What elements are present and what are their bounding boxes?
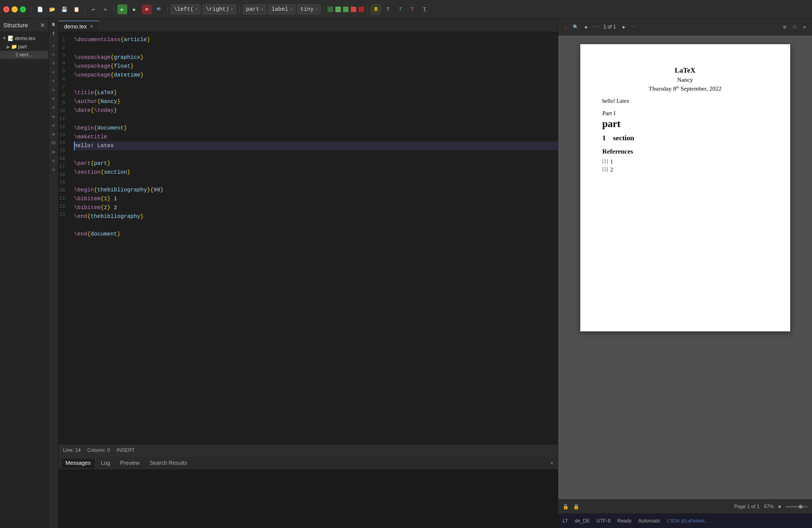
sidebar-icon-5[interactable]: ≡: [50, 77, 57, 85]
pdf-search-button[interactable]: 🔍: [571, 23, 580, 31]
pdf-zoom-circle: [778, 505, 781, 508]
toolbar-sep-5: [240, 5, 240, 13]
pdf-panel: ⚠ 🔍 ◀ • • • 1 of 1 ▶ • • ⊡ □ ✕ LaTeX Nan…: [558, 19, 812, 528]
tree-icon-file: 📝: [8, 35, 14, 41]
code-line-21: \end{thebibliography}: [74, 212, 558, 221]
sidebar-icon-1[interactable]: ≡: [50, 42, 57, 50]
text-icon-1[interactable]: T: [383, 4, 393, 14]
code-line-23: \end{document}: [74, 230, 558, 239]
redo-button[interactable]: ↪: [101, 4, 111, 14]
pdf-content[interactable]: LaTeX Nancy Thursday 8th September, 2022…: [558, 35, 812, 499]
color1-button[interactable]: [328, 6, 333, 12]
bold-button[interactable]: B: [371, 4, 381, 14]
line-num-23: 23: [59, 210, 69, 218]
bottom-panel-close[interactable]: ✕: [548, 458, 556, 468]
tab-messages[interactable]: Messages: [61, 458, 95, 468]
structure-close-button[interactable]: ✕: [40, 22, 45, 29]
pdf-window-restore[interactable]: ⊡: [781, 23, 789, 31]
structure-panel: Structure ✕ ▼ 📝 demo.tex ▶ 📁 part ▶ § se…: [0, 19, 48, 528]
save-button[interactable]: 💾: [59, 4, 69, 14]
tree-arrow-part: ▶: [6, 44, 10, 49]
text-icon-4[interactable]: T: [420, 4, 430, 14]
pdf-section: 1 section: [603, 134, 768, 142]
sidebar-icon-7[interactable]: #: [50, 95, 57, 103]
sidebar-icon-4[interactable]: ≡: [50, 69, 57, 76]
tree-item-demo-tex[interactable]: ▼ 📝 demo.tex: [0, 34, 48, 43]
tab-search-results[interactable]: Search Results: [145, 458, 192, 468]
pdf-prev-button[interactable]: ◀: [581, 23, 590, 31]
tab-log[interactable]: Log: [97, 458, 114, 468]
code-line-11: \begin{document}: [74, 124, 558, 133]
sidebar-icon-italic[interactable]: I: [50, 30, 57, 38]
window-max-btn[interactable]: +: [20, 6, 26, 12]
pdf-body-text: hello! Latex: [603, 98, 768, 104]
editor-tabs: demo.tex ✕: [59, 19, 558, 32]
sidebar-icon-13[interactable]: ≪: [50, 148, 57, 156]
open-file-button[interactable]: 📂: [47, 4, 57, 14]
status-mode: INSERT: [117, 448, 135, 453]
pdf-ref-1: [1] 1: [603, 159, 768, 165]
view-pdf-button[interactable]: 👁: [154, 4, 164, 14]
compile-button[interactable]: ▶: [117, 4, 127, 14]
editor-area: demo.tex ✕ 12345678910111213141516171819…: [59, 19, 558, 528]
tab-preview[interactable]: Preview: [116, 458, 144, 468]
sidebar-icon-bold[interactable]: B: [50, 21, 57, 29]
code-line-8: \author{Nancy}: [74, 97, 558, 106]
pdf-window-close[interactable]: ✕: [800, 23, 809, 31]
tree-item-section[interactable]: ▶ § sect...: [0, 51, 48, 59]
sidebar-icon-15[interactable]: ⊡: [50, 166, 57, 173]
pdf-page: LaTeX Nancy Thursday 8th September, 2022…: [580, 44, 790, 332]
code-editor[interactable]: 1234567891011121314151617181920212223 \d…: [59, 32, 558, 444]
line-num-19: 19: [59, 178, 69, 186]
pdf-title: LaTeX: [603, 66, 768, 75]
pdf-status-bar: 🔓 🔒 Page 1 of 1 67%: [558, 499, 812, 514]
pdf-zoom-thumb[interactable]: [799, 505, 802, 509]
sidebar-icon-2[interactable]: ≡: [50, 51, 57, 59]
label-dropdown[interactable]: label ▾: [269, 4, 295, 14]
pdf-zoom-slider[interactable]: [785, 506, 808, 508]
sidebar-icon-12[interactable]: SS: [50, 139, 57, 147]
part-dropdown[interactable]: part ▾: [243, 4, 266, 14]
left-paren-dropdown[interactable]: \left( ▾: [171, 4, 201, 14]
line-num-20: 20: [59, 186, 69, 194]
line-numbers: 1234567891011121314151617181920212223: [59, 32, 72, 444]
sidebar-icon-3[interactable]: ≡: [50, 60, 57, 68]
sidebar-icon-10[interactable]: ⊡: [50, 121, 57, 129]
pdf-part-label: Part I: [603, 109, 768, 117]
sidebar-icon-14[interactable]: ⊡: [50, 157, 57, 165]
stop-button[interactable]: ■: [142, 4, 151, 14]
sidebar-icon-11[interactable]: ⊠: [50, 130, 57, 138]
copy-button[interactable]: 📋: [72, 4, 82, 14]
tree-item-part[interactable]: ▶ 📁 part: [0, 43, 48, 51]
compile-bibtex-button[interactable]: ▶: [130, 4, 140, 14]
pdf-window-max[interactable]: □: [791, 23, 799, 31]
pdf-next-button[interactable]: ▶: [620, 23, 628, 31]
tab-demo-tex[interactable]: demo.tex ✕: [59, 21, 99, 32]
pdf-ref1-num: [1]: [603, 159, 608, 165]
sidebar-icon-9[interactable]: ⊞: [50, 113, 57, 120]
text-icon-2[interactable]: T: [395, 4, 405, 14]
new-file-button[interactable]: 📄: [35, 4, 45, 14]
undo-button[interactable]: ↩: [88, 4, 98, 14]
line-num-6: 6: [59, 75, 69, 83]
color4-button[interactable]: [351, 6, 356, 12]
color5-button[interactable]: [359, 6, 364, 12]
sidebar-icon-6[interactable]: ≡: [50, 86, 57, 94]
window-min-btn[interactable]: –: [12, 6, 18, 12]
sidebar-icon-8[interactable]: #: [50, 104, 57, 112]
tab-close-demo[interactable]: ✕: [89, 24, 93, 30]
text-icon-3[interactable]: T: [407, 4, 417, 14]
pdf-ref1-text: 1: [610, 159, 613, 165]
code-content[interactable]: \documentclass{article} \usepackage{grap…: [72, 32, 558, 444]
pdf-references: References: [603, 148, 768, 155]
pdf-page-indicator: 1 of 1: [601, 24, 618, 30]
color2-button[interactable]: [335, 6, 341, 12]
right-paren-dropdown[interactable]: \right) ▾: [203, 4, 236, 14]
code-line-6: [74, 79, 558, 88]
pdf-part-title: part: [603, 118, 768, 130]
tiny-dropdown[interactable]: tiny ▾: [298, 4, 321, 14]
line-num-2: 2: [59, 43, 69, 52]
code-line-17: [74, 177, 558, 186]
color3-button[interactable]: [343, 6, 349, 12]
window-close-btn[interactable]: ✕: [3, 6, 10, 12]
